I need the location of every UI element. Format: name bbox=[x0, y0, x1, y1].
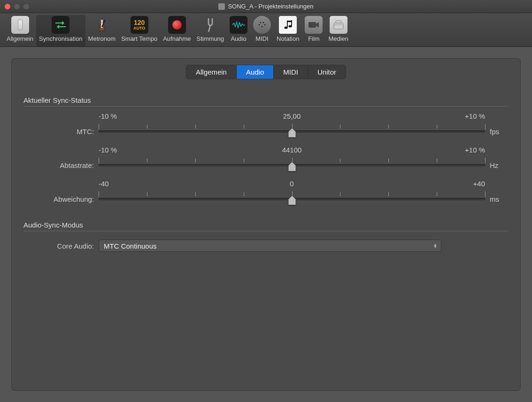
slider-mtc-row: MTC: -10 % 25,00 +10 % bbox=[23, 115, 509, 136]
tempo-auto: AUTO bbox=[133, 26, 145, 30]
slider-samplerate-row: Abtastrate: -10 % 44100 +10 % bbox=[23, 149, 509, 169]
slider-deviation-label: Abweichung: bbox=[23, 195, 99, 203]
svg-point-4 bbox=[260, 22, 262, 23]
label: Aufnahme bbox=[163, 35, 191, 42]
label: Film bbox=[308, 35, 320, 42]
tab-midi[interactable]: MIDI bbox=[274, 65, 308, 79]
svg-point-7 bbox=[262, 26, 263, 28]
label: Allgemein bbox=[7, 35, 33, 42]
slider-deviation-row: Abweichung: -40 0 +40 bbox=[23, 182, 509, 203]
metronome-icon bbox=[93, 16, 111, 34]
toolbar-smart-tempo[interactable]: 120 AUTO Smart Tempo bbox=[118, 15, 160, 46]
min: -40 bbox=[99, 180, 109, 188]
min: -10 % bbox=[99, 146, 117, 154]
slider-mtc-label: MTC: bbox=[23, 128, 99, 136]
content-outer: Allgemein Audio MIDI Unitor Aktueller Sy… bbox=[0, 47, 532, 402]
slider-mtc-scale: -10 % 25,00 +10 % bbox=[99, 112, 485, 120]
svg-point-5 bbox=[263, 22, 264, 23]
slider-mtc-unit: fps bbox=[485, 128, 509, 136]
svg-rect-13 bbox=[308, 22, 316, 28]
label: Audio bbox=[231, 35, 246, 42]
svg-point-3 bbox=[259, 24, 260, 26]
slider-samplerate-scale: -10 % 44100 +10 % bbox=[99, 146, 485, 154]
window: SONG_A - Projekteinstellungen Allgemein … bbox=[0, 0, 532, 402]
svg-rect-12 bbox=[287, 21, 292, 22]
toolbar: Allgemein Synchronisation Metronom bbox=[0, 13, 532, 47]
slider-thumb[interactable] bbox=[288, 128, 296, 137]
label: Metronom bbox=[88, 35, 116, 42]
svg-rect-9 bbox=[287, 22, 288, 28]
slider-thumb[interactable] bbox=[288, 196, 296, 205]
section-rule bbox=[23, 106, 509, 106]
window-title-icon bbox=[218, 3, 225, 10]
toolbar-audio[interactable]: Audio bbox=[227, 15, 250, 46]
toolbar-synchronisation[interactable]: Synchronisation bbox=[36, 15, 85, 46]
label: MIDI bbox=[255, 35, 268, 42]
zoom-button[interactable] bbox=[23, 4, 29, 9]
center: 0 bbox=[290, 180, 293, 188]
core-audio-row: Core Audio: MTC Continuous ▲▼ bbox=[23, 240, 509, 252]
film-icon bbox=[305, 16, 323, 34]
tuning-fork-icon bbox=[201, 16, 219, 34]
window-title-wrap: SONG_A - Projekteinstellungen bbox=[0, 3, 532, 10]
notation-icon bbox=[279, 16, 297, 34]
core-audio-label: Core Audio: bbox=[23, 242, 99, 250]
toolbar-allgemein[interactable]: Allgemein bbox=[4, 15, 36, 46]
slider-thumb[interactable] bbox=[288, 162, 296, 171]
tab-audio[interactable]: Audio bbox=[237, 65, 274, 79]
slider-deviation-scale: -40 0 +40 bbox=[99, 180, 485, 188]
tempo-number: 120 bbox=[134, 19, 145, 26]
toolbar-metronom[interactable]: Metronom bbox=[85, 15, 119, 46]
slider-deviation-unit: ms bbox=[485, 195, 509, 203]
traffic-lights bbox=[5, 4, 29, 9]
slider-samplerate[interactable]: -10 % 44100 +10 % bbox=[99, 149, 485, 169]
slider-samplerate-label: Abtastrate: bbox=[23, 161, 99, 169]
svg-rect-14 bbox=[334, 23, 343, 29]
titlebar: SONG_A - Projekteinstellungen bbox=[0, 0, 532, 13]
center: 25,00 bbox=[283, 112, 301, 120]
core-audio-popup[interactable]: MTC Continuous ▲▼ bbox=[99, 240, 441, 252]
close-button[interactable] bbox=[5, 4, 10, 9]
toolbar-aufnahme[interactable]: Aufnahme bbox=[160, 15, 193, 46]
label: Synchronisation bbox=[39, 35, 83, 42]
slider-mtc[interactable]: -10 % 25,00 +10 % bbox=[99, 115, 485, 136]
max: +40 bbox=[473, 180, 485, 188]
svg-point-6 bbox=[264, 24, 266, 26]
toolbar-notation[interactable]: Notation bbox=[274, 15, 302, 46]
minimize-button[interactable] bbox=[14, 4, 20, 9]
window-title: SONG_A - Projekteinstellungen bbox=[228, 3, 313, 10]
tab-unitor[interactable]: Unitor bbox=[308, 65, 346, 79]
tab-allgemein[interactable]: Allgemein bbox=[186, 65, 237, 79]
panel: Allgemein Audio MIDI Unitor Aktueller Sy… bbox=[11, 58, 521, 391]
smart-tempo-icon: 120 AUTO bbox=[131, 16, 148, 34]
section-mode-title: Audio-Sync-Modus bbox=[23, 221, 509, 229]
core-audio-value: MTC Continuous bbox=[104, 242, 157, 250]
label: Notation bbox=[277, 35, 299, 42]
center: 44100 bbox=[282, 146, 302, 154]
label: Smart Tempo bbox=[121, 35, 157, 42]
max: +10 % bbox=[465, 112, 485, 120]
media-icon bbox=[330, 16, 347, 34]
max: +10 % bbox=[465, 146, 485, 154]
sync-icon bbox=[52, 16, 69, 34]
waveform-icon bbox=[230, 16, 247, 34]
toolbar-film[interactable]: Film bbox=[302, 15, 325, 46]
record-icon bbox=[168, 16, 186, 34]
section-rule-2 bbox=[23, 231, 509, 231]
toolbar-medien[interactable]: Medien bbox=[325, 15, 351, 46]
svg-line-2 bbox=[208, 25, 210, 32]
label: Medien bbox=[328, 35, 348, 42]
label: Stimmung bbox=[196, 35, 224, 42]
midi-icon bbox=[253, 16, 271, 34]
sub-tabs-row: Allgemein Audio MIDI Unitor bbox=[23, 65, 509, 79]
sub-tabs: Allgemein Audio MIDI Unitor bbox=[186, 65, 346, 79]
toolbar-stimmung[interactable]: Stimmung bbox=[193, 15, 227, 46]
slider-deviation[interactable]: -40 0 +40 bbox=[99, 182, 485, 203]
toolbar-midi[interactable]: MIDI bbox=[250, 15, 274, 46]
min: -10 % bbox=[99, 112, 117, 120]
switch-icon bbox=[11, 16, 29, 34]
svg-rect-15 bbox=[336, 21, 341, 23]
slider-samplerate-unit: Hz bbox=[485, 161, 509, 169]
section-sync-title: Aktueller Sync-Status bbox=[23, 96, 509, 104]
chevron-up-down-icon: ▲▼ bbox=[433, 243, 437, 248]
